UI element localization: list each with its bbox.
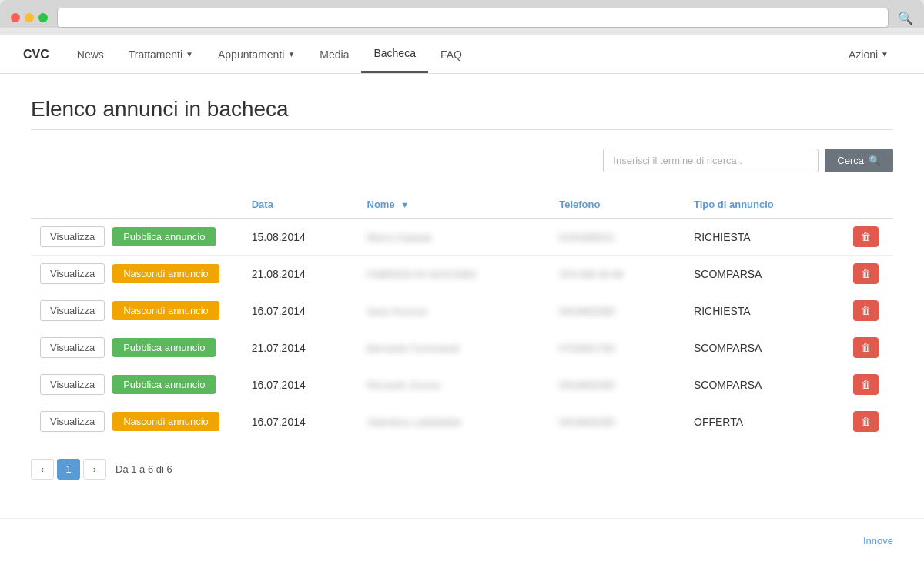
pagination: ‹ 1 › Da 1 a 6 di 6	[31, 459, 893, 480]
nascondi-button-6[interactable]: Nascondi annuncio	[112, 412, 219, 431]
actions-caret: ▼	[881, 50, 889, 58]
navbar: CVC News Trattamenti ▼ Appuntamenti ▼ Me…	[0, 35, 924, 74]
nav-brand[interactable]: CVC	[23, 35, 65, 73]
row-telefono-6: 0919800380	[550, 403, 685, 440]
trattamenti-caret: ▼	[186, 50, 193, 58]
row-delete-2: 🗑	[839, 256, 893, 292]
nav-item-faq[interactable]: FAQ	[428, 35, 474, 73]
search-button[interactable]: Cerca 🔍	[825, 149, 893, 172]
row-data-3: 16.07.2014	[243, 292, 358, 329]
row-tipo-6: OFFERTA	[685, 403, 839, 440]
row-nome-6: Valentina Lubbbbbbb	[358, 403, 551, 440]
nascondi-button-2[interactable]: Nascondi annuncio	[112, 264, 219, 283]
row-data-5: 16.07.2014	[243, 366, 358, 403]
nav-item-news[interactable]: News	[65, 35, 116, 73]
search-icon: 🔍	[869, 155, 881, 166]
row-data-1: 15.08.2014	[243, 219, 358, 256]
delete-button-3[interactable]: 🗑	[853, 300, 879, 321]
row-actions-4: Visualizza Pubblica annuncio	[31, 329, 243, 366]
delete-button-4[interactable]: 🗑	[853, 337, 879, 358]
row-telefono-3: 0919800380	[550, 292, 685, 329]
delete-button-6[interactable]: 🗑	[853, 411, 879, 432]
row-telefono-1: 0191880021	[550, 219, 685, 256]
table-row: Visualizza Pubblica annuncio 21.07.2014 …	[31, 329, 893, 366]
page-1-button[interactable]: 1	[57, 459, 80, 480]
row-telefono-2: 376 068 30 68	[550, 256, 685, 292]
dot-maximize[interactable]	[38, 13, 48, 22]
page-content: Elenco annunci in bacheca Cerca 🔍 Data N…	[0, 74, 924, 503]
visualizza-button-5[interactable]: Visualizza	[40, 374, 105, 395]
row-data-6: 16.07.2014	[243, 403, 358, 440]
row-actions-2: Visualizza Nascondi annuncio	[31, 256, 243, 292]
prev-page-button[interactable]: ‹	[31, 459, 54, 480]
col-header-tipo[interactable]: Tipo di annuncio	[685, 191, 839, 219]
col-header-telefono[interactable]: Telefono	[550, 191, 685, 219]
page-title: Elenco annunci in bacheca	[31, 97, 893, 122]
row-delete-3: 🗑	[839, 292, 893, 329]
row-delete-1: 🗑	[839, 219, 893, 256]
page-divider	[31, 129, 893, 130]
delete-button-2[interactable]: 🗑	[853, 263, 879, 284]
nav-item-trattamenti[interactable]: Trattamenti ▼	[116, 35, 206, 73]
row-nome-2: FABRIZIO DI GIACOMO	[358, 256, 551, 292]
search-bar: Cerca 🔍	[31, 149, 893, 172]
pubblica-button-4[interactable]: Pubblica annuncio	[112, 338, 216, 357]
table-row: Visualizza Nascondi annuncio 21.08.2014 …	[31, 256, 893, 292]
col-header-data[interactable]: Data	[243, 191, 358, 219]
address-bar[interactable]	[57, 8, 889, 28]
footer: Innove	[0, 518, 924, 562]
row-telefono-4: 0750801784	[550, 329, 685, 366]
row-tipo-1: RICHIESTA	[685, 219, 839, 256]
row-data-2: 21.08.2014	[243, 256, 358, 292]
nav-item-appuntamenti[interactable]: Appuntamenti ▼	[206, 35, 307, 73]
footer-link[interactable]: Innove	[863, 535, 893, 547]
table-header-row: Data Nome ▼ Telefono Tipo di annuncio	[31, 191, 893, 219]
nav-item-media[interactable]: Media	[307, 35, 361, 73]
row-nome-3: Sara Xxxxxxx	[358, 292, 551, 329]
browser-search-icon[interactable]: 🔍	[898, 11, 913, 25]
row-tipo-3: RICHIESTA	[685, 292, 839, 329]
row-actions-6: Visualizza Nascondi annuncio	[31, 403, 243, 440]
row-tipo-4: SCOMPARSA	[685, 329, 839, 366]
data-table: Data Nome ▼ Telefono Tipo di annuncio	[31, 191, 893, 440]
row-nome-4: Bernardo Tummasoli	[358, 329, 551, 366]
nav-items: News Trattamenti ▼ Appuntamenti ▼ Media …	[65, 35, 836, 73]
row-delete-5: 🗑	[839, 366, 893, 403]
table-row: Visualizza Nascondi annuncio 16.07.2014 …	[31, 403, 893, 440]
row-actions-3: Visualizza Nascondi annuncio	[31, 292, 243, 329]
appuntamenti-caret: ▼	[287, 50, 295, 58]
visualizza-button-1[interactable]: Visualizza	[40, 226, 105, 247]
nav-item-bacheca[interactable]: Bacheca	[361, 35, 427, 73]
row-delete-6: 🗑	[839, 403, 893, 440]
pubblica-button-5[interactable]: Pubblica annuncio	[112, 375, 216, 394]
visualizza-button-4[interactable]: Visualizza	[40, 337, 105, 358]
row-nome-1: Marco Aaaaaa	[358, 219, 551, 256]
table-row: Visualizza Nascondi annuncio 16.07.2014 …	[31, 292, 893, 329]
col-header-actions	[31, 191, 243, 219]
row-delete-4: 🗑	[839, 329, 893, 366]
col-header-delete	[839, 191, 893, 219]
row-data-4: 21.07.2014	[243, 329, 358, 366]
browser-controls	[11, 13, 48, 22]
pubblica-button-1[interactable]: Pubblica annuncio	[112, 227, 216, 246]
search-input[interactable]	[603, 149, 819, 172]
next-page-button[interactable]: ›	[83, 459, 106, 480]
visualizza-button-2[interactable]: Visualizza	[40, 263, 105, 284]
delete-button-1[interactable]: 🗑	[853, 226, 879, 247]
visualizza-button-3[interactable]: Visualizza	[40, 300, 105, 321]
nascondi-button-3[interactable]: Nascondi annuncio	[112, 301, 219, 320]
dot-close[interactable]	[11, 13, 20, 22]
col-header-nome[interactable]: Nome ▼	[358, 191, 551, 219]
delete-button-5[interactable]: 🗑	[853, 374, 879, 395]
visualizza-button-6[interactable]: Visualizza	[40, 411, 105, 432]
nome-sort-icon: ▼	[400, 200, 409, 209]
dot-minimize[interactable]	[25, 13, 34, 22]
row-nome-5: Riccardo Xxxxxx	[358, 366, 551, 403]
row-telefono-5: 0919800380	[550, 366, 685, 403]
row-actions-5: Visualizza Pubblica annuncio	[31, 366, 243, 403]
table-row: Visualizza Pubblica annuncio 16.07.2014 …	[31, 366, 893, 403]
nav-actions[interactable]: Azioni ▼	[836, 48, 901, 61]
row-tipo-2: SCOMPARSA	[685, 256, 839, 292]
row-tipo-5: SCOMPARSA	[685, 366, 839, 403]
table-row: Visualizza Pubblica annuncio 15.08.2014 …	[31, 219, 893, 256]
